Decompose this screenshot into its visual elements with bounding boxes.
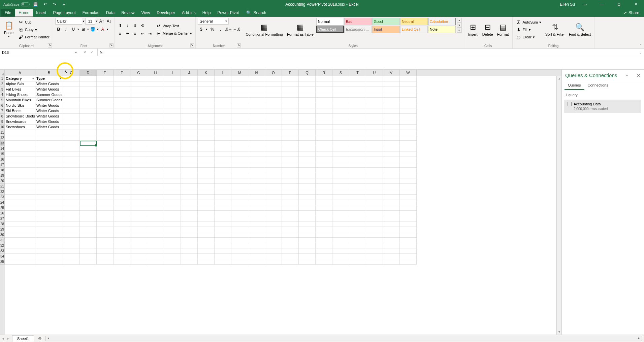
cell[interactable] (231, 114, 248, 119)
cell[interactable] (349, 216, 366, 221)
cell[interactable] (366, 173, 383, 178)
cell[interactable] (366, 114, 383, 119)
cell[interactable] (164, 221, 181, 227)
cell[interactable] (265, 173, 282, 178)
cell[interactable] (332, 254, 349, 259)
cell[interactable] (299, 205, 316, 211)
cell[interactable] (248, 98, 265, 103)
cell[interactable] (383, 195, 400, 200)
cell[interactable] (181, 178, 198, 184)
cell[interactable] (316, 130, 332, 135)
row-header[interactable]: 20 (0, 178, 5, 184)
font-name-input[interactable] (55, 18, 82, 25)
cell[interactable] (299, 189, 316, 195)
cell[interactable] (114, 173, 130, 178)
cell[interactable] (198, 119, 215, 125)
row-header[interactable]: 8 (0, 114, 5, 119)
cell[interactable] (282, 232, 299, 238)
style-good[interactable]: Good (372, 18, 400, 25)
cell[interactable] (316, 119, 332, 125)
cell[interactable] (231, 259, 248, 265)
cell[interactable] (248, 254, 265, 259)
cell[interactable] (130, 119, 147, 125)
cell[interactable] (35, 254, 63, 259)
cell[interactable] (147, 211, 164, 216)
cell[interactable] (383, 76, 400, 81)
cell[interactable] (198, 227, 215, 232)
cell[interactable] (332, 162, 349, 168)
cell[interactable] (114, 157, 130, 162)
cell[interactable] (332, 81, 349, 87)
cell[interactable] (231, 232, 248, 238)
row-header[interactable]: 5 (0, 98, 5, 103)
cell[interactable] (332, 200, 349, 205)
cell[interactable] (349, 184, 366, 189)
sheet-tab[interactable]: Sheet1 (12, 335, 34, 342)
cell[interactable] (63, 178, 80, 184)
fill-button[interactable]: ⬇Fill ▾ (515, 26, 543, 33)
cell[interactable] (114, 114, 130, 119)
cell[interactable] (164, 151, 181, 157)
row-header[interactable]: 2 (0, 81, 5, 87)
cell[interactable] (5, 195, 35, 200)
cell[interactable] (366, 162, 383, 168)
cell[interactable] (231, 168, 248, 173)
cell[interactable] (181, 189, 198, 195)
cell[interactable] (130, 103, 147, 108)
cell[interactable] (198, 178, 215, 184)
cell[interactable] (5, 130, 35, 135)
cell[interactable] (114, 98, 130, 103)
cell[interactable] (63, 135, 80, 141)
cell[interactable] (215, 259, 231, 265)
cell[interactable] (400, 76, 417, 81)
cell[interactable] (97, 173, 114, 178)
cell[interactable] (114, 151, 130, 157)
cell[interactable] (383, 157, 400, 162)
col-header-s[interactable]: S (332, 70, 349, 76)
cell[interactable] (231, 211, 248, 216)
cell[interactable] (97, 135, 114, 141)
horizontal-scrollbar[interactable]: ◂ ▸ (45, 336, 642, 341)
cell[interactable] (5, 151, 35, 157)
cell[interactable] (147, 238, 164, 243)
row-header[interactable]: 30 (0, 232, 5, 238)
cell[interactable] (248, 114, 265, 119)
cell[interactable] (130, 238, 147, 243)
hscroll-right-icon[interactable]: ▸ (637, 336, 642, 341)
row-header[interactable]: 14 (0, 146, 5, 151)
user-name[interactable]: Ellen Su (560, 2, 575, 7)
cell[interactable] (349, 135, 366, 141)
cell[interactable] (383, 184, 400, 189)
cell[interactable] (265, 232, 282, 238)
cell[interactable] (316, 141, 332, 146)
cell[interactable] (215, 135, 231, 141)
col-header-f[interactable]: F (114, 70, 130, 76)
cell[interactable] (198, 151, 215, 157)
queries-close-icon[interactable]: ✕ (637, 73, 641, 78)
row-header[interactable]: 21 (0, 184, 5, 189)
cell[interactable] (349, 125, 366, 130)
cell[interactable] (332, 114, 349, 119)
cell[interactable] (63, 146, 80, 151)
cell[interactable] (114, 248, 130, 254)
cell[interactable] (265, 195, 282, 200)
cell[interactable] (332, 189, 349, 195)
cell[interactable] (282, 130, 299, 135)
cell[interactable] (130, 200, 147, 205)
cell[interactable] (332, 232, 349, 238)
cell[interactable] (114, 238, 130, 243)
cell[interactable] (265, 216, 282, 221)
format-as-table-button[interactable]: ▦ Format as Table (286, 18, 315, 41)
cell[interactable] (366, 195, 383, 200)
cell[interactable] (215, 227, 231, 232)
cell[interactable] (35, 184, 63, 189)
cell[interactable]: Snowshoes (5, 125, 35, 130)
cell[interactable] (248, 211, 265, 216)
cell[interactable] (35, 248, 63, 254)
cell[interactable] (332, 259, 349, 265)
cell[interactable] (80, 114, 97, 119)
cell[interactable] (265, 98, 282, 103)
cell[interactable] (80, 162, 97, 168)
align-center-icon[interactable]: ≣ (124, 30, 131, 37)
cell[interactable] (366, 98, 383, 103)
